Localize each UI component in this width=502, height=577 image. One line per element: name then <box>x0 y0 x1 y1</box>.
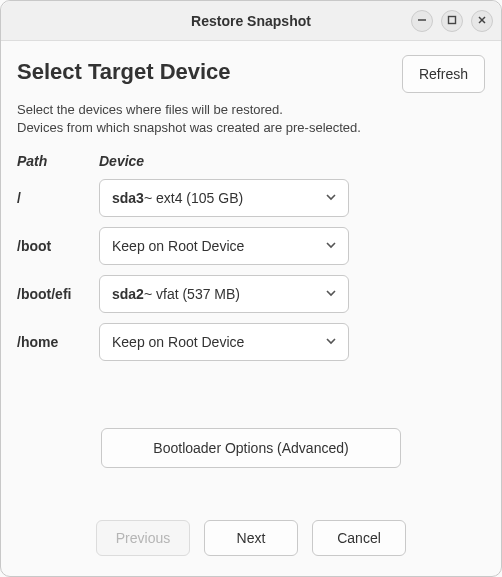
path-home: /home <box>17 334 95 350</box>
maximize-icon <box>447 15 457 27</box>
column-header-device: Device <box>99 153 349 169</box>
description-line-1: Select the devices where files will be r… <box>17 101 485 119</box>
bootloader-row: Bootloader Options (Advanced) <box>17 428 485 468</box>
device-select-boot-efi-rest: ~ vfat (537 MB) <box>144 286 240 302</box>
path-boot-efi: /boot/efi <box>17 286 95 302</box>
maximize-button[interactable] <box>441 10 463 32</box>
device-select-boot-efi-bold: sda2 <box>112 286 144 302</box>
device-select-boot[interactable]: Keep on Root Device <box>99 227 349 265</box>
cancel-button[interactable]: Cancel <box>312 520 406 556</box>
previous-button: Previous <box>96 520 190 556</box>
device-select-home[interactable]: Keep on Root Device <box>99 323 349 361</box>
svg-rect-1 <box>449 16 456 23</box>
description-line-2: Devices from which snapshot was created … <box>17 119 485 137</box>
device-select-home-rest: Keep on Root Device <box>112 334 244 350</box>
footer: Previous Next Cancel <box>17 520 485 560</box>
window-controls <box>411 10 493 32</box>
device-table: Path Device / sda3 ~ ext4 (105 GB) /boot… <box>17 153 485 361</box>
description: Select the devices where files will be r… <box>17 101 485 137</box>
minimize-button[interactable] <box>411 10 433 32</box>
content: Select Target Device Refresh Select the … <box>1 41 501 576</box>
device-select-root-rest: ~ ext4 (105 GB) <box>144 190 243 206</box>
window: Restore Snapshot Select Target Device Re… <box>0 0 502 577</box>
device-select-root-bold: sda3 <box>112 190 144 206</box>
spacer <box>17 361 485 428</box>
device-select-boot-rest: Keep on Root Device <box>112 238 244 254</box>
refresh-button[interactable]: Refresh <box>402 55 485 93</box>
window-title: Restore Snapshot <box>191 13 311 29</box>
path-root: / <box>17 190 95 206</box>
titlebar: Restore Snapshot <box>1 1 501 41</box>
header-row: Select Target Device Refresh <box>17 55 485 93</box>
page-title: Select Target Device <box>17 59 231 85</box>
next-button[interactable]: Next <box>204 520 298 556</box>
path-boot: /boot <box>17 238 95 254</box>
minimize-icon <box>417 15 427 27</box>
close-icon <box>477 15 487 27</box>
bootloader-options-button[interactable]: Bootloader Options (Advanced) <box>101 428 401 468</box>
column-header-path: Path <box>17 153 95 169</box>
device-select-root[interactable]: sda3 ~ ext4 (105 GB) <box>99 179 349 217</box>
device-select-boot-efi[interactable]: sda2 ~ vfat (537 MB) <box>99 275 349 313</box>
close-button[interactable] <box>471 10 493 32</box>
